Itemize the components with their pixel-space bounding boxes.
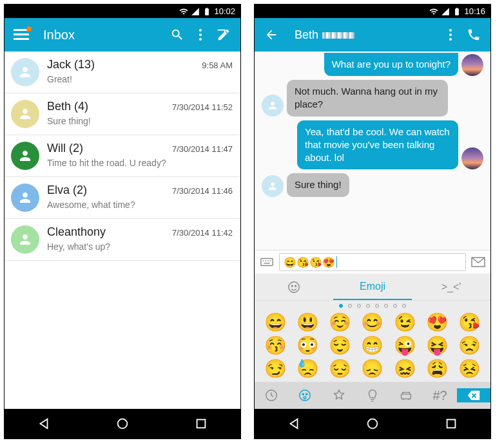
conversation-name: Jack (13) — [47, 58, 95, 71]
status-bar: 10:02 — [5, 5, 240, 18]
avatar — [461, 54, 483, 76]
conversation-preview: Awesome, what time? — [47, 200, 233, 210]
compose-icon — [217, 28, 231, 42]
conversation-time: 9:58 AM — [202, 61, 233, 70]
conversation-item[interactable]: Cleanthony 7/30/2014 11:42 Hey, what's u… — [5, 219, 240, 261]
emoji-cell[interactable]: 😘 — [456, 314, 484, 332]
status-time: 10:02 — [214, 6, 235, 16]
cat-objects[interactable] — [356, 388, 389, 402]
emoji-cell[interactable]: 😔 — [326, 360, 354, 378]
emoji-cell[interactable]: 😩 — [423, 360, 451, 378]
svg-rect-1 — [197, 420, 206, 428]
avatar — [11, 184, 39, 212]
overflow-button[interactable] — [189, 23, 212, 46]
emoji-cell[interactable]: 😒 — [456, 337, 484, 355]
keyboard-toggle[interactable] — [258, 254, 275, 270]
message-input[interactable]: 😄😘😘😍 — [279, 253, 466, 271]
conversation-name: Beth (4) — [47, 100, 88, 113]
cat-recent[interactable] — [255, 388, 288, 402]
svg-rect-19 — [447, 420, 456, 428]
contact-name: Beth — [295, 28, 439, 42]
cat-nature[interactable] — [322, 388, 356, 402]
message-bubble: What are you up to tonight? — [324, 53, 458, 76]
chat-body[interactable]: What are you up to tonight?Not much. Wan… — [255, 52, 490, 250]
emoji-cell[interactable]: 😁 — [358, 337, 387, 355]
emoji-cell[interactable]: 😚 — [261, 337, 289, 355]
emoji-cell[interactable]: ☺️ — [326, 314, 354, 332]
svg-rect-17 — [402, 394, 411, 399]
tab-kaomoji[interactable]: >_<' — [412, 274, 490, 300]
svg-rect-2 — [261, 259, 273, 266]
message-row: Yea, that'd be cool. We can watch that m… — [258, 120, 487, 170]
conversation-list[interactable]: Jack (13) 9:58 AM Great! Beth (4) 7/30/2… — [5, 52, 240, 409]
send-button[interactable] — [470, 254, 487, 270]
conversation-preview: Hey, what's up? — [47, 241, 233, 252]
conversation-name: Cleanthony — [47, 225, 106, 239]
emoji-cell[interactable]: 😄 — [261, 314, 289, 332]
search-button[interactable] — [166, 23, 189, 46]
svg-point-9 — [289, 281, 300, 292]
emoji-cell[interactable]: 😌 — [326, 337, 354, 355]
call-button[interactable] — [462, 23, 485, 46]
wifi-icon — [179, 7, 188, 16]
conversation-item[interactable]: Beth (4) 7/30/2014 11:52 Sure thing! — [5, 93, 240, 135]
cat-people[interactable] — [288, 388, 322, 402]
emoji-cell[interactable]: 😜 — [391, 337, 419, 355]
conversation-name: Elva (2) — [47, 184, 87, 197]
emoji-cell[interactable]: 😖 — [391, 360, 419, 378]
hamburger-icon — [14, 29, 29, 41]
conversation-item[interactable]: Elva (2) 7/30/2014 11:46 Awesome, what t… — [5, 177, 240, 219]
svg-point-10 — [291, 285, 293, 287]
back-icon — [264, 28, 278, 42]
emoji-cell[interactable]: 😉 — [391, 314, 419, 332]
conversation-time: 7/30/2014 11:52 — [172, 102, 233, 112]
conversation-time: 7/30/2014 11:46 — [172, 186, 233, 196]
emoji-cell[interactable]: 😃 — [293, 314, 322, 332]
nav-bar — [255, 409, 490, 438]
emoji-cell[interactable]: 😳 — [293, 337, 322, 355]
emoji-cell[interactable]: 😊 — [358, 314, 387, 332]
redacted-text — [322, 32, 354, 39]
emoji-cell[interactable]: 😝 — [423, 337, 451, 355]
emoji-cell[interactable]: 😣 — [456, 360, 484, 378]
status-time: 10:16 — [464, 6, 485, 16]
search-icon — [170, 28, 184, 42]
overflow-button[interactable] — [439, 23, 462, 46]
avatar — [11, 100, 39, 128]
emoji-cell[interactable]: 😏 — [261, 360, 289, 378]
tab-smiley[interactable] — [255, 274, 333, 300]
svg-point-0 — [118, 419, 128, 429]
conversation-item[interactable]: Will (2) 7/30/2014 11:47 Time to hit the… — [5, 135, 240, 177]
conversation-preview: Sure thing! — [47, 116, 233, 126]
signal-icon — [441, 7, 450, 16]
app-bar: Inbox — [5, 18, 240, 52]
nav-recent[interactable] — [189, 412, 213, 435]
status-bar: 10:16 — [255, 5, 490, 18]
battery-icon — [202, 7, 211, 16]
phone-icon — [467, 28, 481, 42]
signal-icon — [191, 7, 200, 16]
battery-icon — [452, 7, 461, 16]
nav-recent[interactable] — [440, 412, 463, 435]
chat-app-bar: Beth — [255, 18, 490, 52]
back-button[interactable] — [260, 23, 283, 46]
emoji-cell[interactable]: 😞 — [358, 360, 387, 378]
emoji-grid: 😄😃☺️😊😉😍😘😚😳😌😁😜😝😒😏😓😔😞😖😩😣 — [255, 310, 490, 382]
avatar — [11, 225, 39, 254]
backspace-button[interactable] — [457, 388, 490, 402]
menu-button[interactable] — [10, 23, 33, 46]
conversation-item[interactable]: Jack (13) 9:58 AM Great! — [5, 52, 240, 93]
phone-inbox: 10:02 Inbox Jack (13) 9:58 AM Great! — [4, 4, 241, 439]
tab-emoji[interactable]: Emoji — [333, 274, 412, 300]
emoji-cell[interactable]: 😓 — [293, 360, 322, 378]
cat-symbols[interactable]: #? — [423, 388, 456, 403]
nav-back[interactable] — [32, 412, 55, 435]
nav-home[interactable] — [361, 412, 384, 435]
emoji-cell[interactable]: 😍 — [423, 314, 451, 332]
compose-button[interactable] — [212, 23, 235, 46]
message-row: What are you up to tonight? — [258, 54, 487, 76]
nav-back[interactable] — [282, 412, 305, 435]
cat-places[interactable] — [389, 388, 423, 402]
nav-home[interactable] — [111, 412, 134, 435]
avatar — [262, 95, 284, 117]
